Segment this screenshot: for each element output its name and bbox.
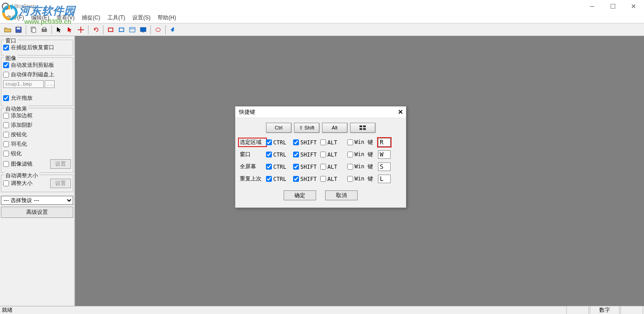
- alt-checkbox[interactable]: ALT: [320, 176, 347, 182]
- hotkey-row-3: 重复上次 CTRL SHIFT ALT Win 键: [239, 173, 402, 185]
- ctrl-checkbox[interactable]: CTRL: [266, 164, 293, 170]
- allow-drag-checkbox[interactable]: [3, 95, 9, 101]
- hotkey-key-input[interactable]: [378, 138, 391, 147]
- filter-checkbox[interactable]: [3, 161, 9, 167]
- win-key-button[interactable]: [350, 123, 375, 133]
- status-cell-1: [566, 306, 589, 314]
- ctrl-checkbox[interactable]: CTRL: [266, 139, 293, 146]
- menu-help[interactable]: 帮助(H): [154, 14, 180, 22]
- alt-checkbox[interactable]: ALT: [320, 164, 347, 170]
- shift-checkbox[interactable]: SHIFT: [293, 139, 320, 146]
- ctrl-checkbox[interactable]: CTRL: [266, 176, 293, 182]
- win-checkbox[interactable]: Win 键: [347, 151, 376, 158]
- allow-drag-label: 允许拖放: [11, 94, 33, 102]
- svg-point-14: [156, 28, 160, 32]
- resize-checkbox[interactable]: [3, 180, 9, 186]
- resize-settings-button[interactable]: 设置: [50, 179, 71, 188]
- auto-save-checkbox[interactable]: [3, 72, 9, 78]
- cursor-icon[interactable]: [54, 25, 64, 35]
- dialog-close-button[interactable]: ✕: [398, 108, 403, 115]
- status-ready: 就绪: [2, 306, 13, 314]
- status-cell-3: [621, 306, 643, 314]
- menu-edit[interactable]: 编辑(E): [28, 14, 53, 22]
- cursor-red-icon[interactable]: [65, 25, 75, 35]
- svg-rect-7: [43, 28, 46, 29]
- copy-icon[interactable]: [28, 25, 38, 35]
- side-panel: 窗口 在捕捉后恢复窗口 图像 自动发送到剪贴板 自动保存到磁盘上 ...: [0, 36, 75, 306]
- svg-rect-16: [363, 125, 366, 127]
- app-title: UltraSnap: [12, 3, 36, 9]
- ok-button[interactable]: 确定: [284, 190, 316, 200]
- shift-checkbox[interactable]: SHIFT: [293, 176, 320, 182]
- hotkey-row-1: 窗口 CTRL SHIFT ALT Win 键: [239, 148, 402, 161]
- save-icon[interactable]: [14, 25, 23, 35]
- buttonize-checkbox[interactable]: [3, 132, 9, 138]
- svg-rect-12: [140, 28, 146, 32]
- add-border-checkbox[interactable]: [3, 113, 9, 119]
- window-blue-icon[interactable]: [127, 25, 137, 35]
- menu-file[interactable]: 文件(F): [3, 14, 28, 22]
- browse-button[interactable]: ...: [45, 80, 55, 88]
- restore-window-checkbox[interactable]: [3, 45, 9, 51]
- hotkey-key-input[interactable]: [378, 175, 391, 183]
- status-num: 数字: [590, 306, 620, 314]
- menu-view[interactable]: 查看(V): [53, 14, 78, 22]
- image-group-title: 图像: [4, 55, 18, 62]
- maximize-button[interactable]: ☐: [602, 0, 623, 13]
- restore-window-label: 在捕捉后恢复窗口: [11, 44, 54, 51]
- filename-input[interactable]: [3, 80, 44, 88]
- undo-icon[interactable]: [91, 25, 101, 35]
- menu-settings[interactable]: 设置(S): [129, 14, 154, 22]
- svg-rect-10: [130, 28, 135, 32]
- win-checkbox[interactable]: Win 键: [347, 175, 376, 183]
- feather-checkbox[interactable]: [3, 141, 9, 147]
- sharpen-checkbox[interactable]: [3, 151, 9, 157]
- svg-rect-5: [32, 28, 36, 32]
- advanced-settings-button[interactable]: 高级设置: [1, 207, 73, 218]
- menu-tools[interactable]: 工具(T): [104, 14, 129, 22]
- alt-key-button[interactable]: Alt: [322, 123, 347, 133]
- close-button[interactable]: ✕: [623, 0, 644, 13]
- crosshair-icon[interactable]: [76, 25, 86, 35]
- hotkey-key-input[interactable]: [378, 150, 391, 159]
- auto-save-label: 自动保存到磁盘上: [11, 71, 54, 78]
- screen-icon[interactable]: [138, 25, 148, 35]
- alt-checkbox[interactable]: ALT: [320, 139, 347, 146]
- feather-label: 羽毛化: [11, 140, 27, 148]
- auto-clipboard-label: 自动发送到剪贴板: [11, 61, 54, 69]
- alt-checkbox[interactable]: ALT: [320, 152, 347, 158]
- hotkey-row-0: 选定区域 CTRL SHIFT ALT Win 键: [239, 136, 402, 148]
- win-checkbox[interactable]: Win 键: [347, 163, 376, 171]
- ellipse-icon[interactable]: [153, 25, 163, 35]
- menu-capture[interactable]: 捕捉(C): [78, 14, 104, 22]
- rect-blue-icon[interactable]: [117, 25, 126, 35]
- title-bar: UltraSnap ─ ☐ ✕: [0, 0, 644, 13]
- effects-group-title: 自动效果: [4, 105, 28, 113]
- shift-checkbox[interactable]: SHIFT: [293, 152, 320, 158]
- hotkey-row-label: 窗口: [239, 151, 266, 158]
- ctrl-checkbox[interactable]: CTRL: [266, 152, 293, 158]
- filter-settings-button[interactable]: 设置: [50, 159, 71, 169]
- auto-clipboard-checkbox[interactable]: [3, 62, 9, 68]
- win-checkbox[interactable]: Win 键: [347, 139, 376, 146]
- resize-group-title: 自动调整大小: [4, 172, 39, 180]
- pin-icon[interactable]: [168, 25, 178, 35]
- svg-rect-17: [359, 128, 362, 130]
- hotkey-row-label: 全屏幕: [239, 163, 266, 171]
- preset-select[interactable]: --- 选择预设 ---: [1, 196, 73, 205]
- add-shadow-checkbox[interactable]: [3, 122, 9, 128]
- rect-red-icon[interactable]: [106, 25, 116, 35]
- window-group-title: 窗口: [4, 37, 18, 45]
- svg-rect-13: [142, 32, 144, 32]
- shift-key-button[interactable]: ⇧Shift: [294, 123, 319, 133]
- minimize-button[interactable]: ─: [582, 0, 602, 13]
- dialog-title: 快捷键: [239, 108, 255, 116]
- shift-checkbox[interactable]: SHIFT: [293, 164, 320, 170]
- cancel-button[interactable]: 取消: [325, 190, 358, 200]
- print-icon[interactable]: [39, 25, 49, 35]
- hotkey-key-input[interactable]: [378, 162, 391, 171]
- add-border-label: 添加边框: [11, 112, 33, 120]
- toolbar: [0, 23, 644, 36]
- ctrl-key-button[interactable]: Ctrl: [266, 123, 291, 133]
- open-icon[interactable]: [3, 25, 13, 35]
